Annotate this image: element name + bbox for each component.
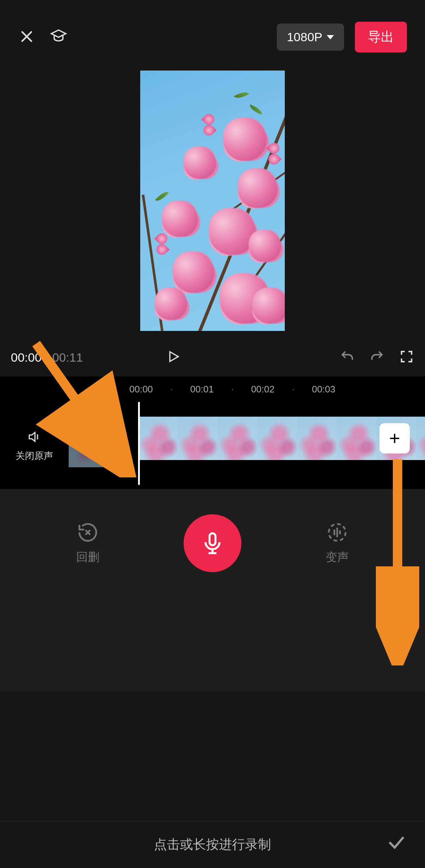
set-cover-button[interactable]: 设置 封面 <box>69 424 123 467</box>
mute-original-audio-button[interactable]: 关闭原声 <box>0 429 69 462</box>
undo-icon[interactable] <box>340 349 355 366</box>
header-bar: 1080P 导出 <box>0 0 425 63</box>
cover-label: 设置 封面 <box>69 424 123 467</box>
time-tick: 00:00 <box>129 384 153 395</box>
plus-icon: + <box>389 427 400 449</box>
header-left-group <box>18 28 266 47</box>
time-separator: / <box>45 350 48 365</box>
play-icon[interactable] <box>166 349 181 365</box>
playback-controls: 00:00 / 00:11 <box>0 342 425 376</box>
total-time: 00:11 <box>52 350 83 365</box>
check-icon <box>386 832 407 853</box>
delete-label: 回删 <box>76 549 99 565</box>
svg-rect-0 <box>210 533 216 545</box>
speaker-icon <box>25 429 43 444</box>
export-button[interactable]: 导出 <box>355 22 407 52</box>
time-ruler[interactable]: 00:00 · 00:01 · 00:02 · 00:03 <box>0 376 425 402</box>
mute-label: 关闭原声 <box>16 450 53 462</box>
record-panel: 回删 变声 <box>0 489 425 692</box>
close-icon[interactable] <box>18 28 35 47</box>
timeline-track: 关闭原声 设置 封面 + <box>0 402 425 475</box>
add-clip-button[interactable]: + <box>379 423 410 454</box>
bottom-bar: 点击或长按进行录制 <box>0 821 425 868</box>
time-tick: 00:01 <box>190 384 214 395</box>
record-button[interactable] <box>184 514 241 572</box>
current-time: 00:00 <box>11 350 42 365</box>
confirm-check-button[interactable] <box>386 832 407 854</box>
chevron-down-icon <box>327 35 334 39</box>
record-hint: 点击或长按进行录制 <box>154 836 271 854</box>
video-preview-frame[interactable] <box>140 71 285 331</box>
microphone-icon <box>201 531 224 555</box>
playhead[interactable] <box>138 402 140 485</box>
resolution-label: 1080P <box>287 30 322 44</box>
time-tick: 00:02 <box>251 384 275 395</box>
fullscreen-icon[interactable] <box>399 349 414 366</box>
timeline-area: 00:00 · 00:01 · 00:02 · 00:03 关闭原声 设置 封面… <box>0 376 425 489</box>
voice-change-button[interactable]: 变声 <box>301 521 373 565</box>
voice-change-label: 变声 <box>326 549 349 565</box>
time-display: 00:00 / 00:11 <box>11 350 83 365</box>
resolution-selector[interactable]: 1080P <box>277 24 344 51</box>
video-preview-area <box>0 63 425 342</box>
undo-delete-icon <box>77 521 99 544</box>
delete-recording-button[interactable]: 回删 <box>52 521 124 565</box>
tutorial-icon[interactable] <box>50 28 67 47</box>
time-tick: 00:03 <box>312 384 335 395</box>
redo-icon[interactable] <box>369 349 385 366</box>
voice-change-icon <box>326 521 348 544</box>
